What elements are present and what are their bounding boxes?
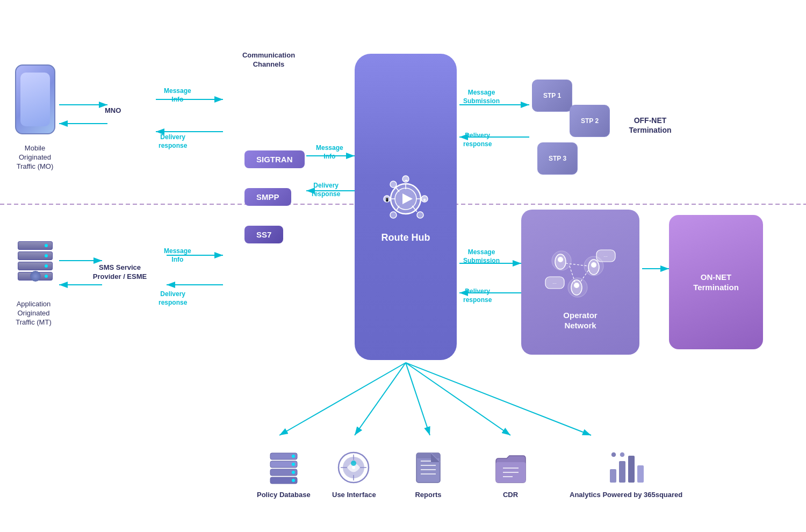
delivery-resp-mt-label: Deliveryresponse — [159, 290, 187, 307]
svg-point-61 — [292, 455, 295, 458]
route-hub-box: ☁ 📱 ◉ Route Hub — [355, 54, 457, 360]
reports-section: Reports — [409, 450, 447, 500]
svg-line-20 — [406, 363, 430, 435]
svg-point-64 — [292, 479, 295, 482]
cdr-icon — [492, 450, 529, 485]
analytics-section: Analytics Powered by 365squared — [570, 450, 682, 500]
operator-network-box: ··· ··· OperatorNetwork — [521, 210, 639, 355]
phone-screen — [20, 73, 50, 126]
svg-point-63 — [292, 471, 295, 474]
msg-info-upper-label: MessageInfo — [316, 144, 343, 161]
msg-submission-upper-label: MessageSubmission — [463, 89, 500, 105]
onnet-box: ON-NETTermination — [669, 215, 763, 349]
msg-info-mo-label: MessageInfo — [164, 87, 191, 104]
svg-text:···: ··· — [552, 281, 557, 286]
svg-point-29 — [390, 181, 397, 188]
app-server-icon — [15, 231, 55, 290]
main-diagram: Mobile Originated Traffic (MO) MNO Messa… — [0, 0, 806, 532]
use-interface-label: Use Interface — [332, 491, 376, 500]
svg-text:◉: ◉ — [423, 198, 426, 202]
app-traffic-label: Application Originated Traffic (MT) — [3, 300, 64, 327]
svg-line-22 — [406, 363, 591, 435]
svg-rect-84 — [619, 461, 625, 483]
route-hub-label: Route Hub — [382, 232, 430, 244]
svg-text:📱: 📱 — [385, 197, 390, 202]
svg-point-62 — [292, 463, 295, 466]
svg-point-30 — [390, 212, 397, 218]
cdr-section: CDR — [492, 450, 529, 500]
svg-point-49 — [574, 283, 579, 288]
svg-rect-86 — [637, 465, 644, 483]
ss7-badge: SS7 — [244, 226, 283, 243]
svg-text:☁: ☁ — [404, 178, 408, 182]
reports-label: Reports — [415, 491, 441, 500]
server-rack-1 — [18, 241, 53, 250]
svg-line-18 — [279, 363, 406, 435]
delivery-resp-upper-label: Deliveryresponse — [312, 182, 340, 198]
svg-point-68 — [352, 466, 355, 469]
analytics-icon — [607, 450, 645, 485]
svg-rect-74 — [416, 453, 440, 458]
mobile-phone-icon — [15, 64, 55, 134]
onnet-label: ON-NETTermination — [693, 272, 739, 293]
offnet-label: OFF-NETTermination — [618, 116, 682, 135]
msg-info-mt-label: MessageInfo — [164, 247, 191, 264]
stp3-box: STP 3 — [537, 142, 578, 175]
svg-point-31 — [417, 212, 423, 218]
svg-rect-83 — [610, 469, 616, 483]
svg-point-88 — [620, 452, 625, 457]
cdr-label: CDR — [503, 491, 518, 500]
policy-db-section: Policy Database — [257, 450, 311, 500]
operator-network-label: OperatorNetwork — [563, 310, 597, 331]
server-rack-3 — [18, 262, 53, 270]
policy-db-icon — [265, 450, 303, 485]
smpp-badge: SMPP — [244, 188, 291, 206]
svg-point-87 — [611, 452, 616, 457]
reports-icon — [409, 450, 447, 485]
delivery-resp-mo-label: Deliveryresponse — [159, 133, 187, 150]
mno-label: MNO — [105, 106, 121, 116]
svg-line-19 — [355, 363, 406, 435]
delivery-resp-op-label: Deliveryresponse — [463, 287, 492, 304]
sms-provider-label: SMS ServiceProvider / ESME — [80, 263, 160, 282]
comm-channels-title: CommunicationChannels — [231, 51, 306, 69]
use-interface-icon — [335, 450, 373, 485]
delivery-resp-stp-label: Deliveryresponse — [463, 132, 492, 148]
stp2-box: STP 2 — [570, 105, 610, 137]
server-rack-2 — [18, 251, 53, 260]
svg-rect-85 — [628, 456, 635, 483]
route-hub-icon: ☁ 📱 ◉ — [376, 169, 435, 228]
stp1-box: STP 1 — [532, 80, 572, 112]
svg-point-45 — [558, 257, 563, 262]
operator-map-icon: ··· ··· — [540, 234, 621, 309]
sigtran-badge: SIGTRAN — [244, 150, 305, 168]
server-rack-4 — [18, 272, 53, 281]
use-interface-section: Use Interface — [332, 450, 376, 500]
policy-db-label: Policy Database — [257, 491, 311, 500]
mobile-traffic-label: Mobile Originated Traffic (MO) — [5, 144, 64, 171]
svg-point-47 — [591, 262, 596, 268]
svg-text:···: ··· — [603, 254, 608, 259]
svg-line-21 — [406, 363, 510, 435]
msg-submission-lower-label: MessageSubmission — [463, 248, 500, 265]
svg-point-67 — [351, 461, 356, 466]
analytics-label: Analytics Powered by 365squared — [570, 491, 682, 500]
